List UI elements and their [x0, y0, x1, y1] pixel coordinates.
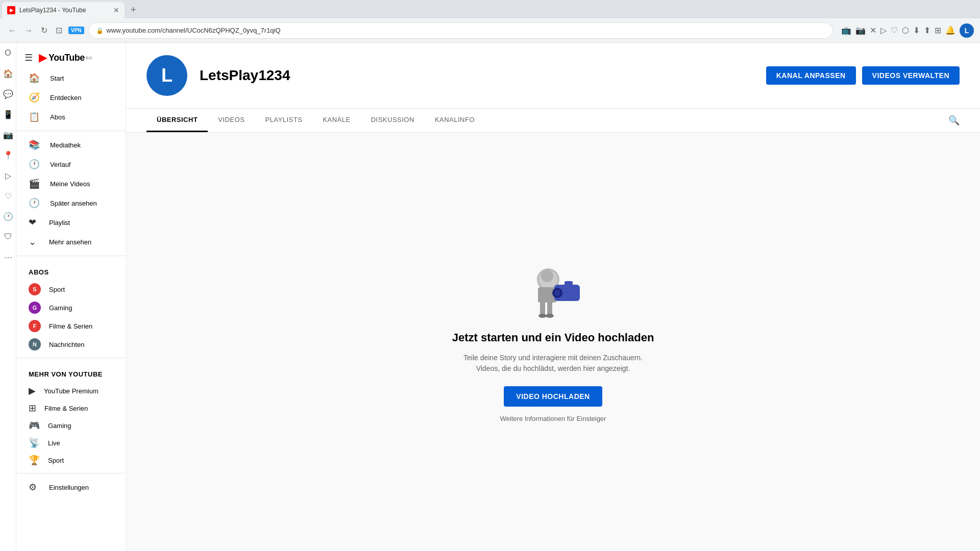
sidebar-play-icon[interactable]: ▷: [2, 169, 14, 182]
download-icon[interactable]: ⬇: [913, 26, 920, 35]
upload-button[interactable]: VIDEO HOCHLADEN: [504, 386, 602, 407]
empty-illustration: [518, 262, 589, 323]
cast-icon[interactable]: 📺: [841, 26, 851, 35]
sidebar-sub-premium[interactable]: ▶ YouTube Premium: [20, 382, 121, 399]
url-bar[interactable]: 🔒 www.youtube.com/channel/UCocN6zQPHQZ_0…: [88, 22, 833, 39]
sidebar-sub-filme[interactable]: F Filme & Serien: [20, 317, 121, 335]
tab-favicon: ▶: [7, 6, 15, 14]
sidebar-label-entdecken: Entdecken: [50, 94, 81, 102]
channel-tabs: ÜBERSICHT VIDEOS PLAYLISTS KANÄLE DISKUS…: [126, 109, 980, 133]
sidebar-item-mehr[interactable]: ⌄ Mehr ansehen: [20, 232, 121, 252]
sidebar-item-meine-videos[interactable]: 🎬 Meine Videos: [20, 174, 121, 193]
sidebar-label-sport2: Sport: [48, 457, 64, 464]
apps-icon[interactable]: ⊞: [935, 26, 941, 35]
sidebar-sub-sport2[interactable]: 🏆 Sport: [20, 452, 121, 469]
play-icon[interactable]: ▷: [880, 26, 887, 35]
back-button[interactable]: ←: [6, 24, 18, 37]
youtube-sidebar: ☰ ▶ YouTube EO 🏠 Start 🧭 Entdecken 📋 Abo…: [16, 43, 126, 551]
tab-search-icon[interactable]: 🔍: [948, 115, 960, 126]
sidebar-item-einstellungen[interactable]: ⚙ Einstellungen: [20, 478, 121, 497]
sidebar-home-icon[interactable]: 🏠: [2, 67, 14, 80]
toolbar-icons: 📺 📷 ✕ ▷ ♡ ⬡ ⬇ ⬆ ⊞ 🔔 L: [841, 23, 974, 38]
sidebar-label-gaming2: Gaming: [48, 422, 71, 430]
svg-rect-8: [540, 302, 545, 316]
tab-bar: ▶ LetsPlay1234 - YouTube ✕ +: [0, 0, 980, 18]
sidebar-sub-nachrichten[interactable]: N Nachrichten: [20, 335, 121, 354]
sidebar-history-icon[interactable]: 🕐: [2, 210, 14, 222]
reload-button[interactable]: ↻: [39, 23, 50, 37]
x-icon[interactable]: ✕: [870, 26, 876, 35]
videos-verwalten-button[interactable]: VIDEOS VERWALTEN: [862, 66, 960, 85]
tab-close-button[interactable]: ✕: [113, 6, 119, 14]
sidebar-instagram-icon[interactable]: 📷: [2, 129, 14, 141]
tab-kanalinfo[interactable]: KANALINFO: [425, 109, 485, 132]
screenshot-icon[interactable]: 📷: [855, 26, 866, 35]
sidebar-item-abos[interactable]: 📋 Abos: [20, 107, 121, 127]
kanal-anpassen-button[interactable]: KANAL ANPASSEN: [766, 66, 856, 85]
sidebar-label-verlauf: Verlauf: [50, 161, 70, 168]
empty-title: Jetzt starten und ein Video hochladen: [452, 331, 654, 344]
sidebar-sub-filme-serien[interactable]: ⊞ Filme & Serien: [20, 399, 121, 417]
bell-icon[interactable]: 🔔: [945, 26, 955, 35]
forward-button[interactable]: →: [22, 24, 35, 37]
sidebar-item-playlist[interactable]: ❤ Playlist: [20, 213, 121, 232]
browser-window: ▶ LetsPlay1234 - YouTube ✕ + ← → ↻ ⊡ VPN…: [0, 0, 980, 551]
sidebar-location-icon[interactable]: 📍: [2, 149, 14, 161]
empty-subtitle: Teile deine Story und interagiere mit de…: [451, 353, 655, 374]
live-icon: 📡: [29, 437, 40, 448]
sidebar-label-meine-videos: Meine Videos: [50, 180, 90, 188]
heart-icon[interactable]: ♡: [891, 26, 898, 35]
sidebar-sub-sport[interactable]: S Sport: [20, 280, 121, 298]
sidebar-item-entdecken[interactable]: 🧭 Entdecken: [20, 88, 121, 107]
ext-icon[interactable]: ⬡: [902, 26, 909, 35]
home-button[interactable]: ⊡: [54, 23, 64, 37]
sidebar-label-live: Live: [48, 439, 60, 447]
sidebar-item-mediathek[interactable]: 📚 Mediathek: [20, 135, 121, 155]
svg-point-11: [546, 314, 554, 318]
sidebar-more-icon[interactable]: ⋯: [2, 251, 14, 263]
tab-videos[interactable]: VIDEOS: [208, 109, 255, 132]
svg-rect-9: [547, 302, 552, 316]
sidebar-whatsapp-icon[interactable]: 📱: [2, 108, 14, 120]
hamburger-menu[interactable]: ☰: [24, 52, 33, 63]
sidebar-sub-live[interactable]: 📡 Live: [20, 434, 121, 452]
divider-3: [16, 358, 126, 358]
sidebar-msg-icon[interactable]: 💬: [2, 88, 14, 100]
channel-name: LetsPlay1234: [200, 67, 290, 84]
upload-arrow-icon[interactable]: ⬆: [924, 26, 930, 35]
sidebar-ad-icon[interactable]: 🛡: [2, 231, 14, 243]
svg-point-10: [538, 314, 547, 318]
library-icon: 📚: [29, 139, 40, 151]
premium-icon: ▶: [29, 385, 36, 396]
divider-4: [16, 473, 126, 473]
new-tab-button[interactable]: +: [127, 3, 140, 17]
sidebar-label-premium: YouTube Premium: [44, 387, 99, 395]
tab-diskussion[interactable]: DISKUSSION: [361, 109, 425, 132]
mehr-von-title: MEHR VON YOUTUBE: [16, 362, 126, 382]
filme-avatar: F: [29, 320, 41, 332]
sidebar-header: ☰ ▶ YouTube EO: [16, 47, 126, 68]
sidebar-label-mediathek: Mediathek: [50, 141, 81, 149]
opera-icon[interactable]: O: [2, 47, 14, 59]
lock-icon: 🔒: [96, 27, 104, 34]
tab-ubersicht[interactable]: ÜBERSICHT: [146, 109, 208, 132]
sidebar-fav-icon[interactable]: ♡: [2, 190, 14, 202]
sport2-icon: 🏆: [29, 455, 40, 466]
youtube-app: O 🏠 💬 📱 📷 📍 ▷ ♡ 🕐 🛡 ⋯ ☰ ▶ YouTube EO: [0, 43, 980, 551]
tab-kanale[interactable]: KANÄLE: [312, 109, 360, 132]
active-tab[interactable]: ▶ LetsPlay1234 - YouTube ✕: [2, 2, 125, 18]
opera-sidebar: O 🏠 💬 📱 📷 📍 ▷ ♡ 🕐 🛡 ⋯: [0, 43, 16, 551]
tab-playlists[interactable]: PLAYLISTS: [255, 109, 312, 132]
sidebar-sub-gaming2[interactable]: 🎮 Gaming: [20, 417, 121, 434]
sidebar-item-start[interactable]: 🏠 Start: [20, 68, 121, 88]
history-icon: 🕐: [29, 159, 40, 170]
sidebar-label-mehr: Mehr ansehen: [49, 238, 91, 246]
einsteiger-link[interactable]: Weitere Informationen für Einsteiger: [500, 415, 606, 422]
sidebar-item-spaeter[interactable]: 🕐 Später ansehen: [20, 193, 121, 213]
sidebar-label-filme-serien: Filme & Serien: [44, 405, 88, 412]
sidebar-item-verlauf[interactable]: 🕐 Verlauf: [20, 155, 121, 174]
sidebar-label-sport: Sport: [49, 286, 65, 293]
youtube-logo[interactable]: ▶ YouTube EO: [39, 51, 92, 64]
sidebar-sub-gaming[interactable]: G Gaming: [20, 298, 121, 317]
profile-avatar[interactable]: L: [960, 23, 974, 38]
